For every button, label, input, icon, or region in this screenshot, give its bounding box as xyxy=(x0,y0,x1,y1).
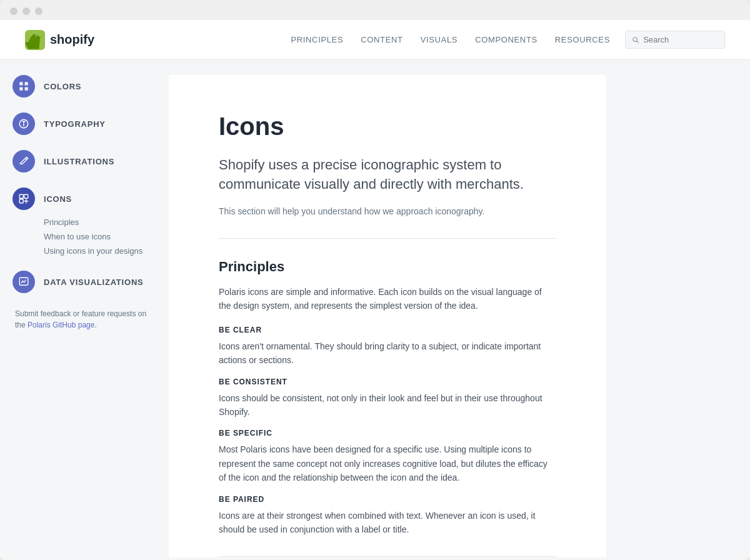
divider-1 xyxy=(219,238,556,239)
be-clear-label: BE CLEAR xyxy=(219,326,556,334)
traffic-light-maximize[interactable] xyxy=(35,8,42,15)
nav-principles[interactable]: PRINCIPLES xyxy=(291,35,343,44)
svg-rect-5 xyxy=(25,88,28,91)
illustrations-icon-circle xyxy=(12,150,35,172)
feedback-suffix: . xyxy=(94,321,96,329)
sidebar-feedback: Submit feedback or feature requests on t… xyxy=(12,308,156,331)
logo-text: shopify xyxy=(50,32,94,47)
window-chrome xyxy=(0,0,750,20)
content-card: Icons Shopify uses a precise iconographi… xyxy=(169,75,606,558)
sidebar-data-viz-label: DATA VISUALIZATIONS xyxy=(44,278,144,287)
principles-section-title: Principles xyxy=(219,259,556,275)
top-nav: shopify PRINCIPLES CONTENT VISUALS COMPO… xyxy=(0,20,750,60)
svg-rect-3 xyxy=(25,82,28,85)
data-viz-icon-circle xyxy=(12,271,35,293)
sidebar-subitem-principles[interactable]: Principles xyxy=(44,215,156,229)
sidebar-item-typography[interactable]: TYPOGRAPHY xyxy=(12,112,156,135)
colors-icon-circle xyxy=(12,75,35,98)
sidebar-item-data-visualizations[interactable]: DATA VISUALIZATIONS xyxy=(12,271,156,293)
nav-visuals[interactable]: VISUALS xyxy=(421,35,458,44)
sidebar-colors-label: COLORS xyxy=(44,82,81,91)
be-paired-text: Icons are at their strongest when combin… xyxy=(219,509,556,537)
sidebar-typography-label: TYPOGRAPHY xyxy=(44,119,106,129)
be-clear-text: Icons aren't ornamental. They should bri… xyxy=(219,339,556,368)
be-specific-label: BE SPECIFIC xyxy=(219,429,556,438)
sidebar-illustrations-label: ILLUSTRATIONS xyxy=(44,157,114,166)
be-consistent-text: Icons should be consistent, not only in … xyxy=(219,391,556,419)
nav-links: PRINCIPLES CONTENT VISUALS COMPONENTS RE… xyxy=(291,35,610,44)
typography-icon xyxy=(18,118,29,129)
typography-icon-circle xyxy=(12,112,35,135)
svg-rect-8 xyxy=(24,194,28,198)
app-wrapper: shopify PRINCIPLES CONTENT VISUALS COMPO… xyxy=(0,20,750,560)
sidebar-subitem-using-icons[interactable]: Using icons in your designs xyxy=(44,244,156,258)
sidebar-icons-subitems: Principles When to use icons Using icons… xyxy=(44,215,156,258)
logo-area[interactable]: shopify xyxy=(25,30,94,50)
be-consistent-label: BE CONSISTENT xyxy=(219,378,556,386)
sidebar-icons-label: ICONS xyxy=(44,194,72,204)
search-icon xyxy=(632,36,639,44)
main-layout: COLORS TYPOGRAPHY xyxy=(0,60,750,558)
svg-rect-9 xyxy=(19,199,23,203)
page-title: Icons xyxy=(219,112,556,141)
divider-2 xyxy=(219,556,556,557)
icons-icon xyxy=(18,193,29,204)
sidebar: COLORS TYPOGRAPHY xyxy=(0,60,169,558)
be-paired-label: BE PAIRED xyxy=(219,495,556,504)
search-input[interactable] xyxy=(643,35,718,44)
chart-icon xyxy=(18,276,29,288)
nav-components[interactable]: COMPONENTS xyxy=(475,35,538,44)
grid-icon xyxy=(18,81,29,92)
icons-icon-circle xyxy=(12,188,35,210)
search-box[interactable] xyxy=(625,31,725,49)
shopify-logo-icon xyxy=(25,30,45,50)
principles-section-body: Polaris icons are simple and informative… xyxy=(219,285,556,313)
be-specific-text: Most Polaris icons have been designed fo… xyxy=(219,442,556,484)
feedback-link[interactable]: Polaris GitHub page xyxy=(28,321,94,329)
traffic-light-minimize[interactable] xyxy=(22,8,30,15)
svg-rect-7 xyxy=(19,194,23,198)
sidebar-item-colors[interactable]: COLORS xyxy=(12,75,156,98)
traffic-light-close[interactable] xyxy=(10,8,18,15)
page-sub: This section will help you understand ho… xyxy=(219,204,556,218)
sidebar-item-illustrations[interactable]: ILLUSTRATIONS xyxy=(12,150,156,172)
svg-rect-4 xyxy=(19,88,22,91)
nav-resources[interactable]: RESOURCES xyxy=(555,35,610,44)
svg-rect-2 xyxy=(19,82,22,85)
content-area: Icons Shopify uses a precise iconographi… xyxy=(169,60,750,558)
pen-icon xyxy=(18,156,29,167)
page-intro: Shopify uses a precise iconographic syst… xyxy=(219,156,556,194)
sidebar-item-icons[interactable]: ICONS xyxy=(12,188,156,210)
sidebar-subitem-when-to-use[interactable]: When to use icons xyxy=(44,229,156,244)
nav-content[interactable]: CONTENT xyxy=(361,35,402,44)
